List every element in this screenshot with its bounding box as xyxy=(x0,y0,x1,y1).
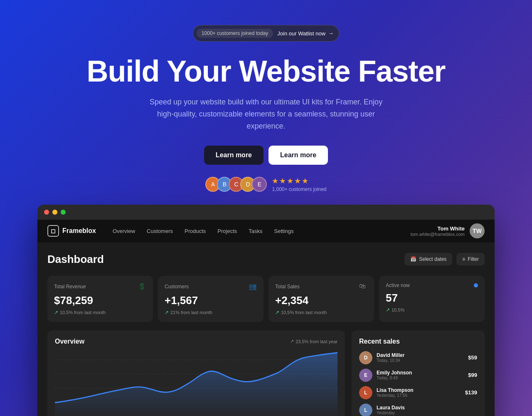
trend-icon: ↗ xyxy=(275,310,279,315)
user-email: tom.white@frameblox.com xyxy=(411,232,465,237)
star-rating: ★★★★★ xyxy=(272,176,309,186)
social-proof: ABCDE ★★★★★ 1,000+ customers joined xyxy=(205,176,326,192)
sale-time: Today, 8:49 xyxy=(377,376,464,380)
nav-link-overview[interactable]: Overview xyxy=(113,228,135,234)
filter-button[interactable]: ≡ Filter xyxy=(456,253,485,265)
stat-label: Total Sales xyxy=(275,284,300,290)
sale-amount: $139 xyxy=(465,389,477,396)
sale-item-2: L Lisa Thompson Yesterday, 17:56 $139 xyxy=(359,386,477,399)
nav-link-tasks[interactable]: Tasks xyxy=(249,228,262,234)
brand-name: Frameblox xyxy=(62,227,96,235)
stat-change: ↗ 10,5% from last month xyxy=(275,310,367,315)
bottom-section: Overview ↗ 23,5% from last year xyxy=(47,330,485,416)
main-nav: ◻ Frameblox OverviewCustomersProductsPro… xyxy=(37,220,495,243)
stat-change: ↗ 21% from last month xyxy=(165,310,257,315)
dashboard-title: Dashboard xyxy=(47,253,104,266)
learn-more-dark-button[interactable]: Learn more xyxy=(204,146,264,165)
user-info: Tom White tom.white@frameblox.com xyxy=(411,225,465,237)
stat-card-2: Total Sales 🛍 +2,354 ↗ 10,5% from last m… xyxy=(268,276,374,322)
recent-sales-title: Recent sales xyxy=(359,338,477,345)
hero-section: 1000+ customers joined today Join our Wa… xyxy=(0,0,532,205)
sale-amount: $59 xyxy=(468,354,477,361)
trend-icon: ↗ xyxy=(54,310,58,315)
sale-amount: $99 xyxy=(468,372,477,378)
nav-link-settings[interactable]: Settings xyxy=(274,228,293,234)
announcement-link[interactable]: Join our Watlist now → xyxy=(277,30,334,37)
sale-time: Yesterday xyxy=(377,411,473,415)
overview-header: Overview ↗ 23,5% from last year xyxy=(55,338,337,345)
trend-icon: ↗ xyxy=(386,307,390,313)
hero-buttons: Learn more Learn more xyxy=(204,146,328,165)
stat-icon: 🛍 xyxy=(359,282,367,291)
browser-window: ◻ Frameblox OverviewCustomersProductsPro… xyxy=(37,205,495,416)
logo-icon: ◻ xyxy=(47,225,59,237)
hero-subtitle: Speed up your website build with our ult… xyxy=(141,96,391,132)
overview-card: Overview ↗ 23,5% from last year xyxy=(47,330,345,416)
sale-info: David Miller Today, 10:34 xyxy=(377,352,464,363)
announcement-badge: 1000+ customers joined today xyxy=(197,29,273,38)
sale-avatar: L xyxy=(359,386,372,399)
dashboard-content: Dashboard 📅 Select dates ≡ Filter Total xyxy=(37,243,495,416)
filter-icon: ≡ xyxy=(462,256,465,262)
customer-avatar: E xyxy=(252,177,267,192)
window-maximize-dot[interactable] xyxy=(61,210,66,215)
stat-value: +1,567 xyxy=(165,294,257,307)
trend-icon: ↗ xyxy=(165,310,169,315)
user-avatar: TW xyxy=(470,223,485,238)
stats-row: Total Revenue 💲 $78,259 ↗ 10,5% from las… xyxy=(47,276,485,322)
sale-item-1: E Emily Johnson Today, 8:49 $99 xyxy=(359,369,477,382)
sale-avatar: E xyxy=(359,369,372,382)
select-dates-button[interactable]: 📅 Select dates xyxy=(404,253,452,265)
customer-avatars: ABCDE xyxy=(205,177,267,192)
arrow-icon: → xyxy=(328,30,334,37)
sale-item-0: D David Miller Today, 10:34 $59 xyxy=(359,351,477,364)
recent-sales-card: Recent sales D David Miller Today, 10:34… xyxy=(352,330,485,416)
sale-name: Emily Johnson xyxy=(377,370,464,376)
stat-card-1: Customers 👥 +1,567 ↗ 21% from last month xyxy=(158,276,264,322)
rating-section: ★★★★★ 1,000+ customers joined xyxy=(272,176,326,192)
stat-value: +2,354 xyxy=(275,294,367,307)
active-indicator xyxy=(474,283,478,287)
learn-more-light-button[interactable]: Learn more xyxy=(268,146,328,165)
window-titlebar xyxy=(37,205,495,220)
stat-value: 57 xyxy=(386,292,478,305)
sale-time: Today, 10:34 xyxy=(377,358,464,363)
announcement-bar[interactable]: 1000+ customers joined today Join our Wa… xyxy=(193,25,339,42)
stat-label: Customers xyxy=(165,284,189,290)
stat-icon: 👥 xyxy=(249,282,257,291)
stat-icon: 💲 xyxy=(138,282,146,291)
stat-label: Total Revenue xyxy=(54,284,86,290)
nav-links: OverviewCustomersProductsProjectsTasksSe… xyxy=(113,228,411,234)
nav-link-products[interactable]: Products xyxy=(185,228,206,234)
stat-value: $78,259 xyxy=(54,294,146,307)
nav-link-customers[interactable]: Customers xyxy=(147,228,173,234)
sale-time: Yesterday, 17:56 xyxy=(377,393,461,398)
stat-label: Active now xyxy=(386,282,410,288)
nav-user: Tom White tom.white@frameblox.com TW xyxy=(411,223,485,238)
hero-title: Build Your Website Faster xyxy=(86,55,445,88)
area-chart xyxy=(55,350,337,416)
customers-count-text: 1,000+ customers joined xyxy=(272,186,326,192)
sale-name: David Miller xyxy=(377,352,464,358)
sale-name: Lisa Thompson xyxy=(377,387,461,393)
overview-title: Overview xyxy=(55,338,84,345)
sale-info: Laura Davis Yesterday xyxy=(377,405,473,415)
sale-item-3: L Laura Davis Yesterday xyxy=(359,404,477,416)
calendar-icon: 📅 xyxy=(410,256,416,262)
nav-logo: ◻ Frameblox xyxy=(47,225,96,237)
user-name: Tom White xyxy=(411,225,465,232)
sale-avatar: L xyxy=(359,404,372,416)
dashboard-header: Dashboard 📅 Select dates ≡ Filter xyxy=(47,253,485,266)
sale-avatar: D xyxy=(359,351,372,364)
nav-link-projects[interactable]: Projects xyxy=(217,228,237,234)
window-close-dot[interactable] xyxy=(44,210,49,215)
stat-change: ↗ 10,5% from last month xyxy=(54,310,146,315)
stat-card-3: Active now 57 ↗ 10,5% xyxy=(379,276,485,322)
dashboard-actions: 📅 Select dates ≡ Filter xyxy=(404,253,485,265)
sale-name: Laura Davis xyxy=(377,405,473,411)
dashboard-container: ◻ Frameblox OverviewCustomersProductsPro… xyxy=(37,220,495,416)
trend-icon: ↗ xyxy=(290,339,294,344)
window-minimize-dot[interactable] xyxy=(52,210,57,215)
sale-info: Lisa Thompson Yesterday, 17:56 xyxy=(377,387,461,398)
sale-info: Emily Johnson Today, 8:49 xyxy=(377,370,464,380)
